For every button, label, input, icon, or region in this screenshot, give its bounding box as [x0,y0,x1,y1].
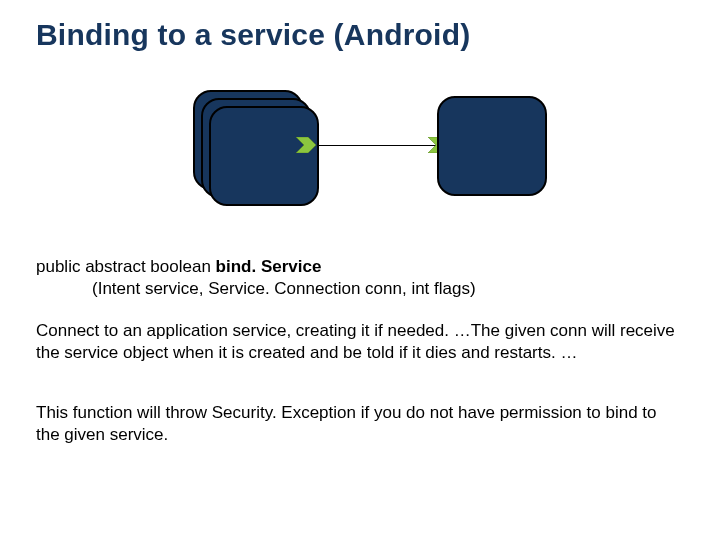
description-paragraph-2: This function will throw Security. Excep… [36,402,684,446]
description-paragraph-1: Connect to an application service, creat… [36,320,684,364]
svg-marker-0 [296,137,316,153]
connector-line [317,145,439,146]
slide-title: Binding to a service (Android) [36,18,470,52]
client-box-front [209,106,319,206]
service-box [437,96,547,196]
binding-diagram [0,80,720,230]
signature-method: bind. Service [216,257,322,276]
arrow-out-icon [296,137,316,153]
signature-prefix: public abstract boolean [36,257,216,276]
method-signature: public abstract boolean bind. Service (I… [36,256,684,300]
signature-params: (Intent service, Service. Connection con… [36,278,684,300]
slide: Binding to a service (Android) public ab… [0,0,720,540]
